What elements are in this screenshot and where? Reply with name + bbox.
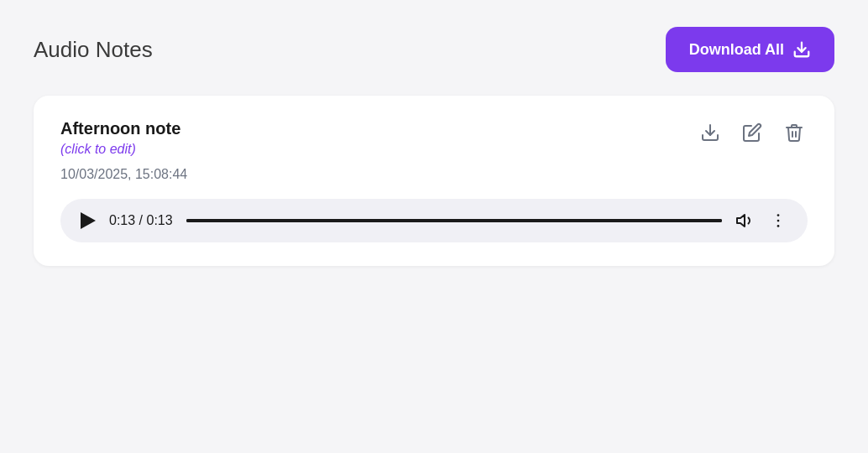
svg-marker-2 xyxy=(737,215,745,226)
volume-icon xyxy=(735,211,756,231)
note-edit-button[interactable] xyxy=(739,119,766,146)
download-all-label: Download All xyxy=(689,41,784,59)
more-icon xyxy=(769,211,787,230)
time-display: 0:13 / 0:13 xyxy=(109,213,173,228)
svg-point-4 xyxy=(777,220,780,222)
download-all-icon xyxy=(792,40,811,59)
play-button[interactable] xyxy=(81,212,96,229)
note-card-header: Afternoon note (click to edit) xyxy=(60,119,808,157)
progress-fill xyxy=(186,219,722,222)
note-title: Afternoon note xyxy=(60,119,180,138)
audio-player: 0:13 / 0:13 xyxy=(60,199,808,242)
volume-button[interactable] xyxy=(735,211,756,231)
note-edit-hint[interactable]: (click to edit) xyxy=(60,142,180,157)
page-title: Audio Notes xyxy=(34,37,153,63)
svg-point-5 xyxy=(777,225,780,227)
play-icon xyxy=(81,212,96,229)
download-all-button[interactable]: Download All xyxy=(666,27,834,72)
trash-icon xyxy=(784,122,804,143)
note-delete-button[interactable] xyxy=(781,119,808,146)
note-date: 10/03/2025, 15:08:44 xyxy=(60,167,808,182)
edit-icon xyxy=(742,122,762,143)
note-actions xyxy=(697,119,808,146)
note-title-block: Afternoon note (click to edit) xyxy=(60,119,180,157)
progress-bar[interactable] xyxy=(186,219,722,222)
more-options-button[interactable] xyxy=(769,211,787,230)
page-header: Audio Notes Download All xyxy=(34,27,834,72)
note-card: Afternoon note (click to edit) xyxy=(34,96,834,266)
download-icon xyxy=(700,122,720,143)
note-download-button[interactable] xyxy=(697,119,724,146)
svg-point-3 xyxy=(777,214,780,216)
